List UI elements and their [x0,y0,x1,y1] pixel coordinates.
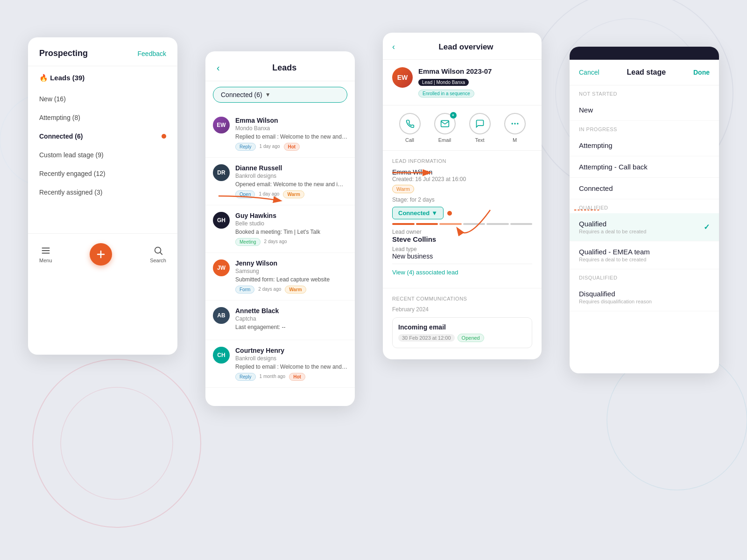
bottom-toolbar: Menu Search [28,233,177,275]
lead-name-courtney: Courtney Henry [235,347,347,354]
overview-back-button[interactable]: ‹ [392,42,395,52]
comm-title: Incoming email [398,323,526,331]
enrolled-badge: Enrolled in a sequence [418,90,474,98]
lead-tags-guy: Meeting 2 days ago [235,238,347,246]
lead-item-dianne[interactable]: DR Dianne Russell Bankroll designs Opene… [205,158,355,205]
stage-option-new-label: New [579,106,710,114]
view-associated-link[interactable]: View (4) associated lead [392,264,532,280]
prospecting-panel: Prospecting Feedback 🔥 Leads (39) New (1… [28,37,177,355]
lead-overview-title: Lead overview [400,42,532,52]
stage-option-attempting-callback[interactable]: Attempting - Call back [570,156,719,178]
add-button[interactable] [90,243,112,266]
nav-item-attempting[interactable]: Attempting (8) [28,108,177,127]
call-button[interactable]: Call [399,113,421,143]
svg-point-12 [517,123,518,124]
group-label-disqualified: Disqualified [570,269,719,283]
lead-tags-dianne: Open 1 day ago Warm [235,190,347,198]
leads-count: 🔥 Leads (39) [39,74,85,82]
stage-option-callback-content: Attempting - Call back [579,163,710,171]
lead-info-section-label: Lead information [392,158,532,164]
leads-panel-title: Leads [226,63,344,73]
avatar-guy: GH [213,212,230,229]
leads-section-header: 🔥 Leads (39) [28,66,177,86]
search-button[interactable]: Search [150,245,166,263]
avatar-jenny: JW [213,259,230,276]
filter-dropdown[interactable]: Connected (6) ▼ [213,87,347,103]
leads-panel-header: ‹ Leads [205,51,355,81]
group-label-not-started: Not started [570,85,719,99]
comm-item[interactable]: Incoming email 30 Feb 2023 at 12:00 Open… [392,317,532,348]
stage-dot [447,211,452,216]
tag-meeting: Meeting [235,238,261,246]
lead-item-courtney[interactable]: CH Courtney Henry Bankroll designs Repli… [205,340,355,388]
leads-back-button[interactable]: ‹ [217,63,220,73]
connected-dot-indicator [162,134,166,139]
stage-option-emea-sub: Requires a deal to be created [579,257,710,262]
tag-time-1m: 1 month ago [258,373,288,381]
tag-open: Open [235,190,255,198]
progress-seg-5 [486,223,509,225]
owner-row: Lead owner Steve Collins [392,229,532,243]
stage-option-disqualified-sub: Requires disqualification reason [579,299,710,304]
stage-option-qualified-emea[interactable]: Qualified - EMEA team Requires a deal to… [570,241,719,269]
lead-activity-guy: Booked a meeting: Tim | Let's Talk [235,229,347,235]
stage-option-connected[interactable]: Connected [570,178,719,199]
stage-option-attempting-content: Attempting [579,141,710,149]
avatar-initials-emma: EW [217,122,226,128]
tag-reply-c: Reply [235,373,256,381]
lead-content-dianne: Dianne Russell Bankroll designs Opened e… [235,164,347,198]
avatar-initials-annette: AB [217,312,225,319]
text-button[interactable]: Text [469,113,491,143]
text-circle [469,113,491,134]
nav-item-new[interactable]: New (16) [28,90,177,108]
stage-option-connected-label: Connected [579,184,710,192]
more-button[interactable]: M [504,113,526,143]
lead-activity-jenny: Submitted form: Lead capture website [235,276,347,283]
tag-time-2d-j: 2 days ago [256,286,283,294]
lead-profile-name: Emma Wilson 2023-07 [418,67,532,75]
lead-name-guy: Guy Hawkins [235,212,347,219]
lead-company-courtney: Bankroll designs [235,355,347,362]
lead-item-jenny[interactable]: JW Jenny Wilson Samsung Submitted form: … [205,253,355,301]
nav-item-custom[interactable]: Custom lead stage (9) [28,146,177,164]
tag-form: Form [235,286,254,294]
group-label-qualified: Qualified [570,199,719,213]
feedback-link[interactable]: Feedback [138,50,166,57]
nav-item-recently-engaged[interactable]: Recently engaged (12) [28,164,177,183]
lead-item-annette[interactable]: AB Annette Black Captcha Last engagement… [205,301,355,340]
stage-option-new[interactable]: New [570,99,719,121]
lead-content-annette: Annette Black Captcha Last engagement: -… [235,307,347,333]
prospecting-title: Prospecting [39,49,88,58]
owner-name: Steve Collins [392,235,532,243]
group-label-in-progress: In progress [570,121,719,135]
stage-option-attempting[interactable]: Attempting [570,135,719,156]
nav-item-connected[interactable]: Connected (6) [28,127,177,146]
lead-company-guy: Belle studio [235,220,347,227]
search-icon [153,245,163,256]
nav-label-custom: Custom lead stage (9) [39,151,104,159]
lead-item-guy[interactable]: GH Guy Hawkins Belle studio Booked a mee… [205,205,355,253]
lead-stage-title: Lead stage [627,68,666,77]
nav-item-recently-assigned[interactable]: Recently assigned (3) [28,183,177,202]
lead-stage-cancel[interactable]: Cancel [579,69,599,76]
stage-option-qualified[interactable]: Qualified Requires a deal to be created … [570,213,719,241]
lead-content-jenny: Jenny Wilson Samsung Submitted form: Lea… [235,259,347,294]
stage-option-disqualified[interactable]: Disqualified Requires disqualification r… [570,283,719,311]
lead-type-value: New business [392,252,532,260]
lead-activity-emma: Replied to email : Welcome to the new an… [235,133,347,140]
stage-dropdown[interactable]: Connected ▼ [392,207,444,219]
lead-item-emma[interactable]: EW Emma Wilson Mondo Banxa Replied to em… [205,110,355,158]
leads-panel: ‹ Leads Connected (6) ▼ EW Emma Wilson M… [205,51,355,406]
stage-chevron-icon: ▼ [431,210,437,217]
menu-button[interactable]: Menu [39,245,52,263]
lead-stage-done[interactable]: Done [693,69,710,76]
stage-option-emea-content: Qualified - EMEA team Requires a deal to… [579,248,710,262]
svg-point-10 [511,123,513,124]
tag-time-1d-d: 1 day ago [257,190,281,198]
lead-profile-avatar: EW [392,67,413,88]
more-label: M [513,137,517,143]
email-button[interactable]: + Email [434,113,456,143]
more-icon [510,119,520,128]
tag-reply: Reply [235,143,256,151]
email-plus-badge: + [450,112,457,119]
